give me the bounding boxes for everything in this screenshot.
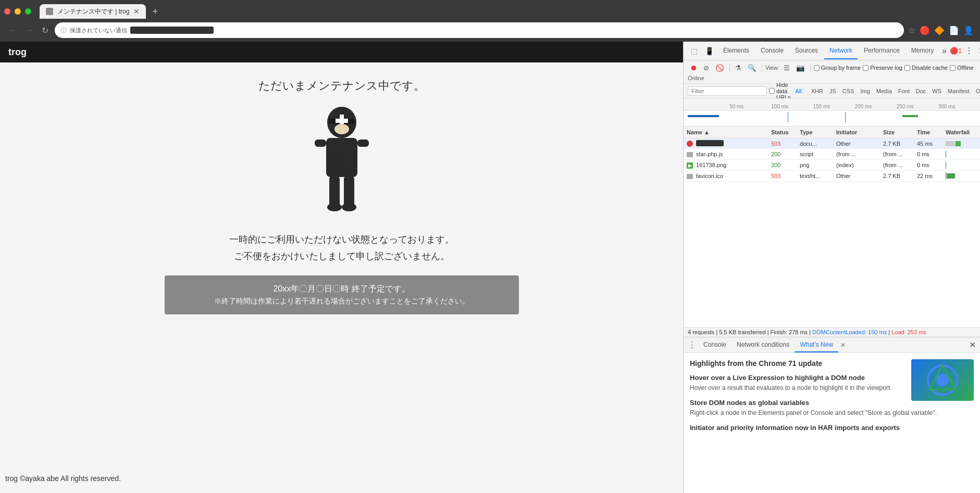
col-header-size[interactable]: Size — [880, 128, 914, 136]
view-screenshot-icon[interactable]: 📷 — [794, 63, 807, 73]
extension-icon2[interactable]: 🔶 — [934, 26, 945, 35]
table-row[interactable]: ▶ 161738.png 200 png (index) (from ... 0… — [684, 160, 980, 171]
table-row[interactable]: ■■■■■■■■ 503 docu... Other 2.7 KB 45 ms — [684, 138, 980, 149]
timeline-ruler: 50 ms 100 ms 150 ms 200 ms 250 ms 300 ms — [684, 98, 980, 111]
disable-cache-label[interactable]: Disable cache — [904, 65, 948, 71]
hide-data-urls-text: Hide data URLs — [776, 82, 791, 100]
row-type: script — [797, 149, 833, 159]
col-header-status[interactable]: Status — [768, 128, 797, 136]
all-filter-badge[interactable]: All — [793, 87, 804, 95]
active-tab[interactable]: メンテナンス中です | trog ✕ — [40, 4, 146, 19]
minimize-button[interactable] — [15, 8, 21, 15]
filter-type-manifest[interactable]: Manifest — [945, 87, 972, 95]
network-table-header: Name ▲ Status Type Initiator Size Time W… — [684, 127, 980, 138]
tab-console[interactable]: Console — [755, 43, 789, 59]
stop-recording-button[interactable]: ⊘ — [701, 63, 711, 73]
page-header: trog — [0, 42, 683, 62]
bottom-tab-network-conditions[interactable]: Network conditions — [731, 338, 795, 352]
domcontent-loaded-link[interactable]: DOMContentLoaded: 150 ms — [812, 329, 887, 335]
maximize-button[interactable] — [25, 8, 31, 15]
bottom-panel-close[interactable]: ✕ — [969, 340, 976, 350]
filter-type-img[interactable]: Img — [858, 87, 872, 95]
col-header-waterfall[interactable]: Waterfall — [942, 128, 980, 136]
filter-type-css[interactable]: CSS — [840, 87, 857, 95]
col-header-type[interactable]: Type — [797, 128, 833, 136]
filter-type-xhr[interactable]: XHR — [809, 87, 826, 95]
chrome-logo-svg — [927, 364, 958, 396]
ruler-mark-150: 150 ms — [813, 104, 854, 109]
new-tab-button[interactable]: + — [148, 6, 162, 17]
view-label: View: — [765, 65, 779, 71]
offline-label[interactable]: Offline — [950, 65, 974, 71]
tab-close-icon[interactable]: ✕ — [133, 7, 140, 16]
row-waterfall — [942, 160, 980, 170]
devtools-close-button[interactable]: ✕ — [976, 45, 980, 57]
filter-type-ws[interactable]: WS — [929, 87, 944, 95]
bottom-panel: ⋮ Console Network conditions What's New … — [684, 337, 980, 493]
tab-performance[interactable]: Performance — [859, 43, 905, 59]
view-list-icon[interactable]: ☰ — [781, 63, 792, 73]
filter-input[interactable] — [688, 86, 767, 96]
devtools-status-bar: 4 requests | 5.5 KB transferred | Finish… — [684, 327, 980, 337]
tab-sources[interactable]: Sources — [790, 43, 823, 59]
group-by-frame-label[interactable]: Group by frame — [814, 65, 861, 71]
forward-button[interactable]: → — [23, 23, 35, 37]
ruler-mark-100: 100 ms — [771, 104, 813, 109]
extension-icon3[interactable]: 📄 — [949, 26, 959, 35]
tab-network[interactable]: Network — [824, 43, 858, 59]
offline-checkbox[interactable] — [950, 65, 956, 71]
bookmark-icon[interactable]: ☆ — [908, 26, 915, 35]
devtools-settings-icon[interactable]: ⋮ — [963, 45, 975, 57]
record-button[interactable]: ⏺ — [688, 62, 699, 73]
search-button[interactable]: 🔍 — [746, 63, 759, 73]
filter-type-js[interactable]: JS — [827, 87, 839, 95]
svg-rect-7 — [357, 140, 369, 147]
back-button[interactable]: ← — [6, 23, 19, 37]
filter-row: Hide data URLs All XHR JS CSS Img Media … — [684, 84, 980, 98]
clear-button[interactable]: 🚫 — [713, 63, 726, 73]
close-button[interactable] — [4, 8, 10, 15]
row-status: 200 — [768, 149, 797, 159]
table-row[interactable]: favicon.ico 503 text/ht... Other 2.7 KB … — [684, 171, 980, 182]
col-header-time[interactable]: Time — [914, 128, 942, 136]
preserve-log-checkbox[interactable] — [863, 65, 869, 71]
table-row[interactable]: star-php.js 200 script (from ... (from .… — [684, 149, 980, 160]
hide-data-urls-label[interactable]: Hide data URLs — [769, 82, 791, 100]
security-label: 保護されていない通信 — [70, 27, 127, 34]
address-field[interactable]: ⓘ 保護されていない通信 — [55, 22, 904, 38]
network-table: Name ▲ Status Type Initiator Size Time W… — [684, 127, 980, 327]
col-header-initiator[interactable]: Initiator — [833, 128, 880, 136]
filter-type-doc[interactable]: Doc — [913, 87, 929, 95]
row-size: (from ... — [880, 160, 914, 170]
bottom-panel-menu[interactable]: ⋮ — [688, 340, 696, 350]
filter-button[interactable]: ⚗ — [733, 63, 743, 73]
row-initiator: (index) — [833, 160, 880, 170]
tab-memory[interactable]: Memory — [906, 43, 939, 59]
devtools-more-tabs[interactable]: » — [940, 44, 949, 58]
preserve-log-label[interactable]: Preserve log — [863, 65, 902, 71]
devtools-mobile-icon[interactable]: 📱 — [702, 45, 717, 57]
hide-data-urls-checkbox[interactable] — [769, 88, 775, 94]
address-actions: ☆ 🔴 🔶 📄 👤 — [908, 26, 974, 35]
disable-cache-checkbox[interactable] — [904, 65, 910, 71]
row-status: 200 — [768, 160, 797, 170]
bottom-tab-console[interactable]: Console — [698, 338, 731, 352]
reload-button[interactable]: ↻ — [40, 23, 51, 37]
load-link[interactable]: Load: 253 ms — [891, 329, 926, 335]
devtools-dock-icon[interactable]: ⬚ — [688, 45, 701, 57]
group-by-frame-checkbox[interactable] — [814, 65, 820, 71]
bottom-tab-whats-new-close[interactable]: ✕ — [838, 340, 848, 350]
filter-type-media[interactable]: Media — [874, 87, 895, 95]
row-waterfall — [942, 171, 980, 181]
address-bar: ← → ↻ ⓘ 保護されていない通信 ☆ 🔴 🔶 📄 👤 — [0, 19, 980, 42]
extension-icon1[interactable]: 🔴 — [920, 26, 930, 35]
col-header-name[interactable]: Name ▲ — [684, 128, 768, 136]
filter-type-other[interactable]: Other — [973, 87, 980, 95]
bottom-tab-whats-new[interactable]: What's New — [795, 338, 838, 352]
svg-point-12 — [342, 203, 356, 211]
tab-elements[interactable]: Elements — [718, 43, 754, 59]
profile-icon[interactable]: 👤 — [963, 26, 974, 35]
offline-text: Offline — [957, 65, 974, 71]
filter-type-font[interactable]: Font — [896, 87, 912, 95]
svg-point-4 — [334, 124, 349, 134]
